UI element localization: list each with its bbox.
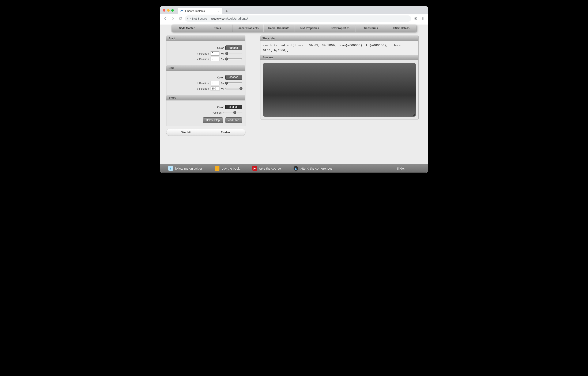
code-panel: The code -webkit-gradient(linear, 0% 0%,…: [260, 35, 419, 120]
nav-text-properties[interactable]: Text Properties: [294, 24, 325, 32]
nav-tools[interactable]: Tools: [202, 24, 233, 32]
svg-point-3: [423, 18, 423, 19]
end-vpos-input[interactable]: [210, 87, 220, 91]
svg-point-4: [423, 19, 423, 20]
unit-percent: %: [221, 52, 224, 55]
seg-webkit[interactable]: Webkit: [167, 129, 206, 135]
tab-strip: Linear Gradients × +: [160, 6, 428, 14]
start-vpos-label: v Position: [197, 57, 209, 61]
end-hpos-label: h Position: [197, 82, 209, 85]
page-content: Style Master Tools Linear Gradients Radi…: [160, 24, 428, 173]
end-vpos-slider[interactable]: [225, 87, 242, 90]
account-icon[interactable]: [412, 15, 419, 22]
back-button[interactable]: [162, 15, 168, 22]
nav-style-master[interactable]: Style Master: [171, 24, 202, 32]
stop-color-swatch[interactable]: 333333: [225, 105, 242, 109]
nav-radial-gradients[interactable]: Radial Gradients: [263, 24, 294, 32]
stop-color-label: Color: [217, 106, 224, 109]
reload-button[interactable]: [177, 15, 184, 22]
footer-course[interactable]: ▶ take the course: [252, 166, 281, 171]
window-controls: [162, 6, 176, 14]
browser-window: Linear Gradients × + i Not Secure | west…: [160, 6, 428, 173]
start-vpos-slider[interactable]: [225, 57, 242, 61]
stops-header: Stops: [167, 95, 245, 100]
footer-twitter-label: follow me on twitter: [175, 167, 202, 170]
engine-segmented: Webkit Firefox: [166, 129, 245, 136]
new-tab-button[interactable]: +: [224, 9, 230, 14]
footer-book[interactable]: buy the book: [215, 166, 240, 171]
end-vpos-label: v Position: [197, 87, 209, 90]
nav-box-properties[interactable]: Box Properties: [325, 24, 356, 32]
seg-firefox[interactable]: Firefox: [206, 129, 245, 135]
play-icon: ▶: [252, 166, 257, 171]
start-hpos-input[interactable]: [210, 51, 220, 55]
code-header: The code: [260, 36, 418, 41]
end-color-label: Color: [217, 76, 224, 79]
address-bar: i Not Secure | westciv.com/tools/gradien…: [160, 14, 428, 23]
nav-transforms[interactable]: Transforms: [356, 24, 386, 32]
globe-icon: ◐: [294, 166, 298, 171]
code-output[interactable]: -webkit-gradient(linear, 0% 0%, 0% 100%,…: [260, 41, 418, 55]
footer-twitter[interactable]: t follow me on twitter: [168, 166, 202, 171]
omnibox[interactable]: i Not Secure | westciv.com/tools/gradien…: [185, 15, 411, 22]
favicon-icon: [180, 9, 184, 13]
url-path: /tools/gradients/: [227, 17, 248, 20]
footer-conferences[interactable]: ◐ attend the conferences: [294, 166, 333, 171]
start-hpos-slider[interactable]: [225, 52, 242, 55]
unit-percent: %: [221, 82, 224, 85]
svg-point-1: [415, 18, 416, 18]
book-icon: [215, 166, 220, 171]
close-tab-icon[interactable]: ×: [218, 10, 220, 13]
close-window[interactable]: [163, 9, 165, 12]
end-color-swatch[interactable]: 666666: [225, 75, 242, 80]
start-color-label: Color: [217, 46, 224, 49]
end-hpos-input[interactable]: [210, 81, 220, 85]
info-icon: i: [187, 17, 190, 20]
footer-course-label: take the course: [259, 167, 281, 170]
unit-percent: %: [221, 87, 224, 90]
zoom-window[interactable]: [171, 9, 174, 12]
tab-title: Linear Gradients: [185, 10, 205, 12]
main-nav: Style Master Tools Linear Gradients Radi…: [171, 24, 417, 32]
minimize-window[interactable]: [167, 9, 170, 12]
preview-box[interactable]: [263, 63, 416, 117]
twitter-icon: t: [168, 166, 173, 171]
start-vpos-input[interactable]: [210, 57, 220, 61]
stop-pos-slider[interactable]: [223, 111, 242, 114]
unit-percent: %: [221, 57, 224, 61]
end-header: End: [167, 65, 245, 71]
start-color-swatch[interactable]: 666666: [225, 45, 242, 50]
stop-pos-label: Position: [212, 111, 221, 114]
forward-button[interactable]: [170, 15, 176, 22]
start-hpos-label: h Position: [197, 52, 209, 55]
footer-conf-label: attend the conferences: [300, 167, 333, 170]
end-hpos-slider[interactable]: [225, 81, 242, 85]
add-stop-button[interactable]: Add Stop: [225, 117, 242, 123]
svg-point-2: [423, 17, 423, 18]
nav-linear-gradients[interactable]: Linear Gradients: [233, 24, 263, 32]
menu-icon[interactable]: [420, 15, 426, 22]
footer-slider[interactable]: Slider: [397, 167, 405, 170]
preview-header: Preview: [260, 55, 418, 60]
footer-book-label: buy the book: [221, 167, 240, 170]
security-status: Not Secure: [192, 17, 207, 20]
nav-css3-details[interactable]: CSS3 Details: [386, 24, 417, 32]
delete-stop-button[interactable]: Delete Stop: [203, 117, 223, 123]
start-panel: Start Color 666666 h Position %: [166, 35, 245, 126]
browser-tab[interactable]: Linear Gradients ×: [178, 8, 222, 14]
url-host: westciv.com: [211, 17, 227, 20]
start-header: Start: [167, 36, 245, 41]
page-footer: t follow me on twitter buy the book ▶ ta…: [160, 164, 428, 173]
